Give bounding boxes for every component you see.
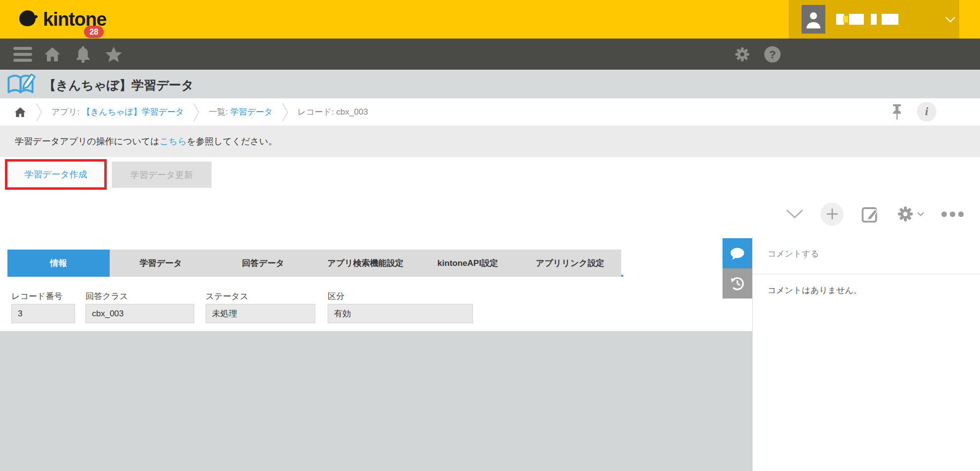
tab-info[interactable]: 情報: [7, 250, 110, 277]
notice-text-after: を参照してください。: [187, 136, 277, 146]
field-value-status: 未処理: [206, 304, 315, 323]
breadcrumb-app: アプリ: 【きんちゃぼ】学習データ: [51, 106, 184, 118]
notification-count-badge: 28: [84, 26, 104, 38]
breadcrumb-record: レコード: cbx_003: [298, 106, 368, 118]
field-value-record-number: 3: [11, 304, 75, 323]
edit-record-button[interactable]: [861, 205, 880, 223]
info-icon[interactable]: i: [917, 102, 937, 122]
app-title: 【きんちゃぼ】学習データ: [43, 77, 194, 93]
speech-bubble-icon: [729, 246, 746, 261]
breadcrumb-app-link[interactable]: 【きんちゃぼ】学習データ: [82, 107, 184, 117]
pin-icon[interactable]: [891, 103, 903, 124]
content-background: [0, 331, 752, 471]
kintone-logo-icon: [17, 8, 40, 30]
tab-answer-data[interactable]: 回答データ: [212, 250, 314, 277]
help-icon[interactable]: ?: [762, 39, 783, 70]
field-label-category: 区分: [328, 291, 344, 302]
home-icon[interactable]: [42, 39, 63, 70]
user-menu[interactable]: [789, 0, 959, 39]
comment-empty-message: コメントはありません。: [767, 285, 862, 296]
favorites-star-icon[interactable]: [103, 39, 125, 70]
collapse-chevron-icon[interactable]: [786, 209, 804, 219]
breadcrumb-list-link[interactable]: 学習データ: [230, 107, 273, 117]
update-training-data-button[interactable]: 学習データ更新: [112, 162, 212, 188]
field-value-category: 有効: [328, 304, 473, 323]
field-value-answer-class: cbx_003: [85, 304, 194, 323]
settings-gear-icon[interactable]: [731, 39, 753, 70]
notice-text-before: 学習データアプリの操作については: [15, 136, 160, 146]
global-header: kintone: [0, 0, 980, 39]
hamburger-menu-icon[interactable]: [12, 39, 34, 70]
tab-training-data[interactable]: 学習データ: [110, 250, 212, 277]
breadcrumb-separator: [282, 102, 289, 122]
history-tab[interactable]: [723, 268, 752, 299]
create-training-data-button[interactable]: 学習データ作成: [5, 159, 107, 190]
breadcrumb-separator: [193, 102, 200, 122]
breadcrumb: アプリ: 【きんちゃぼ】学習データ 一覧: 学習データ レコード: cbx_00…: [0, 98, 980, 126]
field-label-record-number: レコード番号: [11, 291, 62, 302]
user-avatar: [802, 5, 825, 34]
tab-app-search-settings[interactable]: アプリ検索機能設定: [314, 250, 417, 277]
record-actions: [786, 200, 964, 228]
breadcrumb-list: 一覧: 学習データ: [209, 106, 272, 118]
field-label-status: ステータス: [206, 291, 249, 302]
person-icon: [805, 9, 822, 30]
notifications-bell-icon[interactable]: 28: [72, 39, 94, 70]
tab-app-link-settings[interactable]: アプリリンク設定: [519, 250, 621, 277]
notice-bar: 学習データアプリの操作についてはこちらを参照してください。: [0, 126, 980, 157]
breadcrumb-separator: [36, 102, 43, 122]
global-toolbar: 28 ?: [0, 39, 980, 70]
app-title-bar: 【きんちゃぼ】学習データ: [0, 70, 980, 98]
sidebar-tabs: [723, 238, 752, 299]
svg-text:?: ?: [769, 48, 776, 61]
gear-caret-icon: [917, 212, 925, 216]
field-label-answer-class: 回答クラス: [85, 291, 128, 302]
tab-kintone-api-settings[interactable]: kintoneAPI設定: [417, 250, 519, 277]
add-record-button[interactable]: [820, 203, 844, 226]
user-name-redacted: [836, 14, 920, 25]
notice-link[interactable]: こちら: [160, 136, 187, 146]
record-tabbar: 情報 学習データ 回答データ アプリ検索機能設定 kintoneAPI設定 アプ…: [7, 250, 623, 277]
comment-separator: [753, 274, 980, 274]
record-settings-gear-icon[interactable]: [896, 205, 925, 223]
kintone-record-page: kintone 28: [0, 0, 980, 471]
comment-panel: コメントする コメントはありません。: [752, 237, 980, 471]
breadcrumb-home-icon[interactable]: [14, 106, 27, 119]
history-clock-icon: [729, 275, 746, 292]
comment-input[interactable]: コメントする: [753, 237, 980, 259]
more-options-icon[interactable]: [941, 212, 964, 217]
comments-tab[interactable]: [723, 238, 752, 268]
app-book-icon: [6, 73, 38, 96]
chevron-down-icon: [945, 16, 956, 23]
